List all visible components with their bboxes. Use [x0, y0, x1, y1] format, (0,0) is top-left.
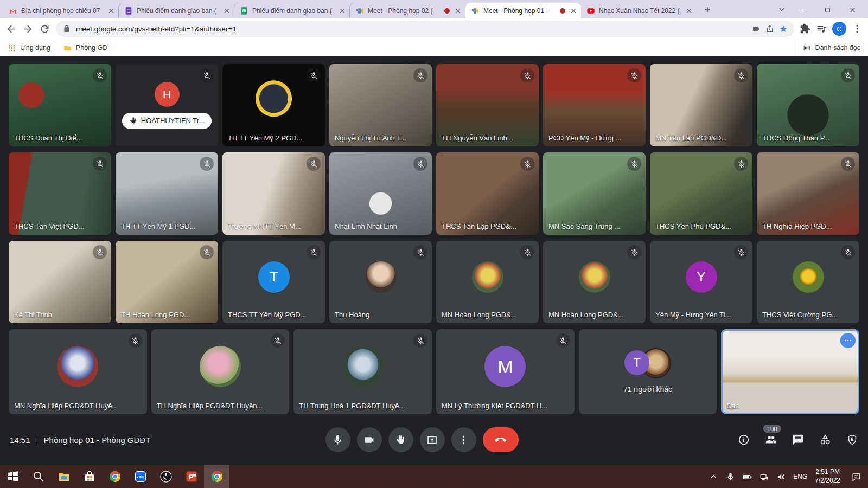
new-tab-button[interactable] — [700, 2, 715, 17]
mic-off-icon — [417, 160, 425, 168]
participant-tile[interactable]: T71 người khác — [579, 329, 717, 414]
participant-tile[interactable]: MN Hoàn Long PGD&... — [543, 241, 646, 323]
tray-network-icon[interactable] — [760, 472, 769, 481]
self-view-options-button[interactable] — [840, 333, 856, 348]
taskbar-clock[interactable]: 2:51 PM 7/2/2022 — [815, 468, 840, 485]
profile-avatar[interactable]: C — [832, 22, 846, 36]
browser-tab[interactable]: Meet - Phòng họp 01 - — [465, 3, 581, 18]
participant-tile[interactable]: TH Nghĩa Hiệp PGD&ĐT Huyện... — [151, 329, 290, 414]
mic-button[interactable] — [326, 427, 350, 452]
window-maximize-button[interactable] — [815, 1, 840, 18]
browser-tab[interactable]: Meet - Phòng họp 02 ( — [350, 3, 465, 18]
participant-tile[interactable]: YYên Mỹ - Hưng Yên Ti... — [650, 241, 752, 323]
meet-favicon — [355, 7, 364, 15]
window-minimize-button[interactable] — [790, 1, 815, 18]
participant-tile[interactable]: THCS Yên Phú PGD&... — [650, 152, 752, 235]
participant-tile[interactable]: TH TT Yên Mỹ 2 PGD... — [222, 64, 325, 146]
participant-tile[interactable]: THCS Đoàn Thị Điể... — [9, 64, 111, 146]
raise-hand-button[interactable] — [388, 427, 413, 452]
participant-tile[interactable]: MN Nghĩa Hiệp PGD&ĐT Huyệ... — [9, 329, 147, 414]
participants-button[interactable]: 100 — [765, 434, 777, 446]
chrome-icon — [210, 470, 224, 483]
participant-tile[interactable]: TH TT Yên Mỹ 1 PGD... — [116, 152, 218, 235]
browser-tab[interactable]: Nhạc Xuân Nhạc Tết 2022 ( — [581, 3, 697, 18]
divider — [37, 435, 37, 445]
bookmark-apps[interactable]: Ứng dụng — [8, 44, 50, 52]
present-screen-button[interactable] — [420, 427, 445, 452]
participant-tile[interactable]: Nguyễn Thị Tú Anh T... — [329, 64, 432, 146]
extensions-icon[interactable] — [800, 23, 810, 34]
start-button[interactable] — [0, 465, 25, 488]
participant-tile[interactable]: HHOATHUYTIEN Tr... — [116, 64, 218, 146]
participant-tile[interactable]: THCS Tân Việt PGD... — [9, 152, 111, 235]
participant-tile[interactable]: Thu Hoàng — [329, 241, 432, 323]
chrome-active[interactable] — [204, 465, 229, 488]
participant-tile[interactable]: MN Tân Lập PGD&Đ... — [650, 64, 752, 146]
participant-tile[interactable]: Kế Thi Trịnh — [9, 241, 111, 323]
chevron-down-icon — [778, 5, 786, 13]
activities-button[interactable] — [819, 434, 831, 446]
participant-tile[interactable]: MN Hoàn Long PGD&... — [436, 241, 539, 323]
bookmark-star-icon[interactable] — [779, 24, 788, 33]
participant-tile[interactable]: TH Hoàn Long PGD... — [116, 241, 218, 323]
reading-list-button[interactable]: Danh sách đọc — [803, 44, 860, 52]
file-explorer[interactable] — [51, 465, 76, 488]
camera-button[interactable] — [357, 427, 382, 452]
participant-tile[interactable]: THCS Đổng Than P... — [757, 64, 859, 146]
tray-expand-icon[interactable] — [709, 472, 718, 481]
host-controls-button[interactable] — [846, 434, 858, 446]
tab-close-button[interactable] — [222, 7, 231, 15]
share-icon[interactable] — [765, 24, 774, 33]
tab-close-button[interactable] — [338, 7, 347, 15]
reload-button[interactable] — [39, 23, 50, 35]
participant-tile[interactable]: Nhật Linh Nhật Linh — [329, 152, 432, 235]
participant-tile[interactable]: MMN Lý Thường Kiệt PGD&ĐT H... — [436, 329, 575, 414]
tab-search-button[interactable] — [774, 1, 790, 17]
notification-center-icon[interactable] — [851, 472, 861, 482]
tray-microphone-icon[interactable] — [726, 472, 735, 481]
participant-tile[interactable]: Trường MNTT Yên M... — [222, 152, 325, 235]
participant-tile[interactable]: TH Nguyễn Văn Linh... — [436, 64, 539, 146]
tab-close-button[interactable] — [454, 7, 462, 15]
obs-icon — [159, 470, 173, 483]
mic-off-icon — [96, 248, 104, 256]
participant-tile[interactable]: THCS Việt Cường PG... — [757, 241, 859, 323]
tray-battery-icon[interactable] — [743, 472, 752, 481]
language-indicator[interactable]: ENG — [793, 473, 807, 480]
forward-button[interactable] — [22, 23, 34, 35]
tray-volume-icon[interactable] — [776, 472, 786, 481]
leave-call-button[interactable] — [483, 427, 519, 452]
camera-in-use-icon[interactable] — [752, 24, 761, 33]
obs-studio[interactable] — [153, 465, 178, 488]
participant-tile[interactable]: PGD Yên Mỹ - Hưng ... — [543, 64, 646, 146]
taskbar-search[interactable] — [25, 465, 51, 488]
zalo[interactable]: Zalo — [127, 465, 153, 488]
chrome[interactable] — [102, 465, 127, 488]
chat-button[interactable] — [792, 434, 804, 446]
url-text[interactable]: meet.google.com/gvs-beth-etd?pli=1&authu… — [76, 25, 747, 33]
tab-close-button[interactable] — [107, 7, 116, 15]
meeting-details-button[interactable] — [738, 434, 750, 446]
address-bar[interactable]: meet.google.com/gvs-beth-etd?pli=1&authu… — [56, 21, 794, 37]
browser-tab[interactable]: Phiếu điểm danh giao ban ( — [234, 3, 350, 18]
participant-tile[interactable]: Bạn — [721, 329, 859, 414]
back-button[interactable] — [5, 23, 17, 35]
tab-close-button[interactable] — [569, 7, 578, 15]
browser-menu-icon[interactable] — [852, 23, 863, 34]
participant-tile[interactable]: TH Nghĩa Hiệp PGD... — [757, 152, 859, 235]
mic-off-icon — [96, 160, 104, 168]
more-options-button[interactable] — [451, 427, 476, 452]
window-close-button[interactable] — [840, 1, 865, 18]
microsoft-store[interactable] — [76, 465, 102, 488]
participant-tile[interactable]: MN Sao Sáng Trung ... — [543, 152, 646, 235]
powerpoint[interactable]: P — [178, 465, 204, 488]
media-controls-icon[interactable] — [816, 23, 827, 34]
participant-tile[interactable]: TTHCS TT Yên Mỹ PGD... — [222, 241, 325, 323]
participant-tile[interactable]: THCS Tân Lập PGD&... — [436, 152, 539, 235]
browser-tab[interactable]: Địa chỉ phòng họp chiều 07 — [3, 3, 119, 18]
tab-close-button[interactable] — [685, 7, 693, 15]
bookmark-folder-phong-gd[interactable]: Phòng GD — [63, 44, 107, 52]
participant-tile[interactable]: TH Trung Hoà 1 PGD&ĐT Huyệ... — [293, 329, 432, 414]
lock-icon[interactable] — [62, 24, 71, 33]
browser-tab[interactable]: Phiếu điểm danh giao ban ( — [119, 3, 234, 18]
